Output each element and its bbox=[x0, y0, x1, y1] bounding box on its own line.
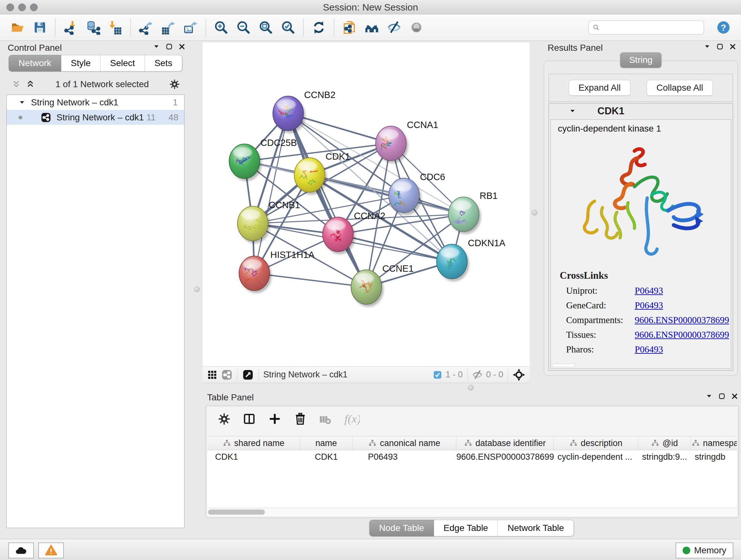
crosslink-link[interactable]: P06493 bbox=[635, 344, 663, 355]
column-header-@id[interactable]: @id bbox=[638, 436, 691, 450]
column-header-shared-name[interactable]: shared name bbox=[207, 436, 300, 450]
table-horizontal-scrollbar[interactable] bbox=[207, 508, 737, 516]
crosslink-link[interactable]: P06493 bbox=[635, 300, 663, 311]
column-header-description[interactable]: description bbox=[554, 436, 638, 450]
zoom-selected-button[interactable] bbox=[279, 18, 297, 37]
tab-select[interactable]: Select bbox=[100, 55, 145, 71]
delete-column-icon[interactable] bbox=[293, 412, 307, 426]
horizontal-splitter-handle[interactable] bbox=[468, 385, 474, 390]
network-node-HIST1H1A[interactable]: HIST1H1A bbox=[239, 250, 315, 293]
network-node-RB1[interactable]: RB1 bbox=[448, 191, 497, 234]
view-grid-icon[interactable] bbox=[207, 370, 217, 380]
control-panel-restore-icon[interactable] bbox=[165, 43, 173, 51]
crosslink-label: GeneCard: bbox=[566, 300, 635, 311]
tab-network-table[interactable]: Network Table bbox=[498, 520, 574, 537]
network-options-gear-icon[interactable] bbox=[169, 79, 180, 90]
show-graphics-button[interactable] bbox=[407, 18, 426, 37]
export-table-button[interactable] bbox=[159, 18, 178, 37]
network-node-CCNE1[interactable]: CCNE1 bbox=[351, 263, 414, 307]
show-columns-icon[interactable] bbox=[242, 412, 256, 426]
warnings-button[interactable] bbox=[38, 543, 64, 558]
results-horizontal-scrollbar[interactable] bbox=[552, 364, 575, 367]
network-overview-button[interactable] bbox=[362, 18, 381, 37]
column-header-database-identifier[interactable]: database identifier bbox=[456, 436, 554, 450]
table-panel-body: f(x) shared namenamecanonical namedataba… bbox=[206, 406, 738, 518]
network-collection-row[interactable]: String Network – cdk1 1 bbox=[7, 95, 184, 110]
table-toolbar: f(x) bbox=[218, 411, 360, 427]
collapse-all-networks-icon[interactable] bbox=[11, 79, 21, 89]
save-session-button[interactable] bbox=[30, 18, 49, 37]
tab-network[interactable]: Network bbox=[9, 55, 61, 71]
expand-all-button[interactable]: Expand All bbox=[569, 80, 630, 96]
table-options-gear-icon[interactable] bbox=[218, 413, 231, 426]
zoom-in-button[interactable] bbox=[212, 18, 230, 37]
tab-style[interactable]: Style bbox=[61, 55, 100, 71]
open-session-from-file-button[interactable] bbox=[340, 18, 359, 37]
view-share-icon[interactable] bbox=[221, 369, 232, 381]
import-table-from-file-button[interactable] bbox=[106, 18, 125, 37]
cell-@id: stringdb:9... bbox=[638, 452, 691, 462]
search-input[interactable] bbox=[600, 22, 709, 33]
export-image-button[interactable] bbox=[181, 18, 200, 37]
hierarchy-icon bbox=[691, 439, 700, 447]
hide-graphics-details-button[interactable] bbox=[385, 18, 403, 37]
birdseye-crosshair-icon[interactable] bbox=[513, 368, 525, 381]
export-network-button[interactable] bbox=[137, 18, 155, 37]
right-splitter-handle[interactable] bbox=[532, 210, 537, 215]
hidden-eye-slash-icon[interactable] bbox=[472, 369, 483, 380]
crosslink-link[interactable]: 9606.ENSP00000378699 bbox=[635, 315, 729, 325]
control-panel-float-icon[interactable] bbox=[152, 43, 160, 51]
tab-sets[interactable]: Sets bbox=[145, 55, 182, 71]
node-table: shared namenamecanonical namedatabase id… bbox=[207, 436, 737, 507]
tab-string[interactable]: String bbox=[620, 52, 661, 68]
zoom-out-button[interactable] bbox=[234, 18, 253, 37]
crosslink-link[interactable]: P06493 bbox=[635, 286, 663, 296]
tab-node-table[interactable]: Node Table bbox=[369, 520, 434, 537]
network-node-CCNB2[interactable]: CCNB2 bbox=[273, 90, 335, 133]
results-panel-float-icon[interactable] bbox=[703, 43, 711, 51]
collection-collapse-caret-icon[interactable] bbox=[18, 99, 26, 106]
import-network-from-database-button[interactable] bbox=[84, 18, 102, 37]
network-canvas[interactable]: CCNB2 CCNA1 CDC25B CDK1 CDC6 bbox=[203, 43, 530, 366]
column-label: shared name bbox=[234, 438, 285, 448]
table-panel-restore-icon[interactable] bbox=[718, 392, 726, 400]
table-panel-close-icon[interactable] bbox=[731, 392, 738, 400]
network-node-CDC6[interactable]: CDC6 bbox=[389, 172, 445, 215]
protein-collapse-caret-icon[interactable] bbox=[569, 107, 576, 115]
refresh-view-button[interactable] bbox=[310, 18, 328, 37]
search-box[interactable] bbox=[589, 20, 704, 35]
svg-text:?: ? bbox=[721, 23, 726, 33]
collapse-all-button[interactable]: Collapse All bbox=[647, 80, 713, 96]
table-tabs: Node TableEdge TableNetwork Table bbox=[369, 520, 574, 537]
results-panel-close-icon[interactable] bbox=[729, 43, 737, 51]
selected-node-edge-count: 1 - 0 bbox=[446, 370, 463, 380]
tab-edge-table[interactable]: Edge Table bbox=[434, 520, 498, 537]
detach-view-icon[interactable] bbox=[242, 369, 254, 381]
left-splitter-handle[interactable] bbox=[194, 287, 200, 292]
help-button[interactable]: ? bbox=[714, 18, 733, 37]
table-scrollbar-thumb[interactable] bbox=[208, 509, 265, 515]
selected-checkbox-icon[interactable] bbox=[433, 370, 442, 380]
cell-shared-name: CDK1 bbox=[207, 452, 300, 462]
expand-all-networks-icon[interactable] bbox=[25, 79, 35, 89]
open-session-button[interactable] bbox=[8, 18, 27, 37]
results-panel-restore-icon[interactable] bbox=[716, 43, 724, 51]
network-node-CDKN1A[interactable]: CDKN1A bbox=[436, 238, 506, 281]
import-network-from-file-button[interactable] bbox=[61, 18, 80, 37]
memory-button[interactable]: Memory bbox=[676, 543, 733, 558]
network-row-selected[interactable]: String Network – cdk1 11 48 bbox=[7, 110, 184, 125]
column-header-canonical-name[interactable]: canonical name bbox=[353, 436, 456, 450]
add-column-icon[interactable] bbox=[268, 412, 282, 426]
table-row[interactable]: CDK1CDK1P064939606.ENSP00000378699cyclin… bbox=[207, 450, 737, 463]
table-panel-float-icon[interactable] bbox=[705, 392, 713, 400]
zoom-fit-button[interactable] bbox=[257, 18, 275, 37]
title-bar: Session: New Session bbox=[0, 0, 741, 14]
network-node-CCNA1[interactable]: CCNA1 bbox=[376, 120, 438, 163]
cell-description: cyclin-dependent ... bbox=[554, 452, 638, 462]
column-header-name[interactable]: name bbox=[300, 436, 353, 450]
protein-section-header[interactable]: CDK1 bbox=[549, 104, 733, 119]
column-header-namespace[interactable]: namespace bbox=[691, 436, 737, 450]
crosslink-link[interactable]: 9606.ENSP00000378699 bbox=[635, 329, 729, 340]
control-panel-close-icon[interactable] bbox=[178, 43, 186, 51]
cloud-status-button[interactable] bbox=[8, 543, 34, 558]
